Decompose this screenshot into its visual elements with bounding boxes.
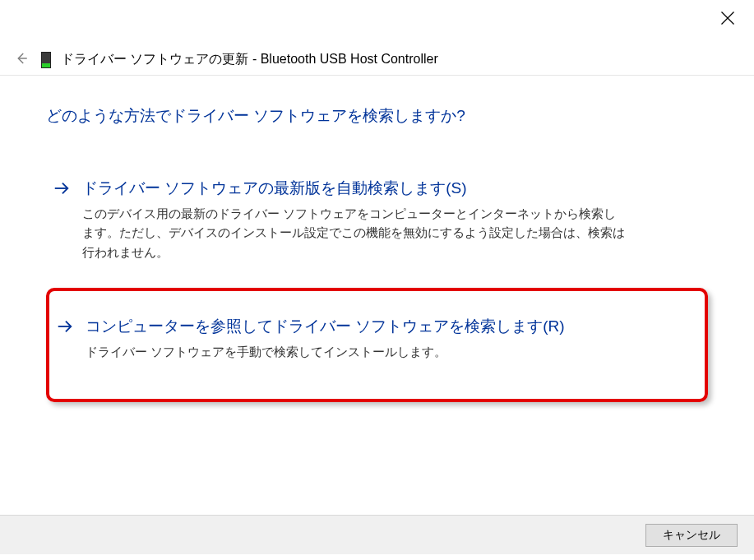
option-browse-desc: ドライバー ソフトウェアを手動で検索してインストールします。 xyxy=(86,342,628,361)
arrow-right-icon xyxy=(56,317,74,336)
page-heading: どのような方法でドライバー ソフトウェアを検索しますか? xyxy=(46,105,708,127)
device-icon xyxy=(41,52,51,68)
option-auto-search[interactable]: ドライバー ソフトウェアの最新版を自動検索します(S) このデバイス用の最新のド… xyxy=(46,166,708,276)
content-area: どのような方法でドライバー ソフトウェアを検索しますか? ドライバー ソフトウェ… xyxy=(0,76,754,402)
back-button[interactable] xyxy=(12,50,31,70)
close-button[interactable] xyxy=(719,10,736,26)
dialog-window: ドライバー ソフトウェアの更新 - Bluetooth USB Host Con… xyxy=(0,0,754,560)
highlighted-option-frame: コンピューターを参照してドライバー ソフトウェアを検索します(R) ドライバー … xyxy=(46,288,708,402)
cancel-button[interactable]: キャンセル xyxy=(645,524,738,547)
title-prefix: ドライバー ソフトウェアの更新 - xyxy=(61,52,261,66)
option-browse-text: コンピューターを参照してドライバー ソフトウェアを検索します(R) ドライバー … xyxy=(86,316,692,361)
option-auto-desc: このデバイス用の最新のドライバー ソフトウェアをコンピューターとインターネットか… xyxy=(82,204,625,261)
back-arrow-icon xyxy=(14,51,29,69)
close-icon xyxy=(719,15,736,29)
title-device-name: Bluetooth USB Host Controller xyxy=(261,52,438,66)
dialog-title: ドライバー ソフトウェアの更新 - Bluetooth USB Host Con… xyxy=(61,51,438,68)
footer-bar: キャンセル xyxy=(0,515,754,554)
arrow-right-icon xyxy=(53,179,71,197)
option-auto-title: ドライバー ソフトウェアの最新版を自動検索します(S) xyxy=(82,178,695,199)
option-browse-title: コンピューターを参照してドライバー ソフトウェアを検索します(R) xyxy=(86,316,692,337)
header-bar: ドライバー ソフトウェアの更新 - Bluetooth USB Host Con… xyxy=(0,0,754,76)
option-browse-computer[interactable]: コンピューターを参照してドライバー ソフトウェアを検索します(R) ドライバー … xyxy=(49,291,705,366)
option-auto-text: ドライバー ソフトウェアの最新版を自動検索します(S) このデバイス用の最新のド… xyxy=(82,178,695,261)
